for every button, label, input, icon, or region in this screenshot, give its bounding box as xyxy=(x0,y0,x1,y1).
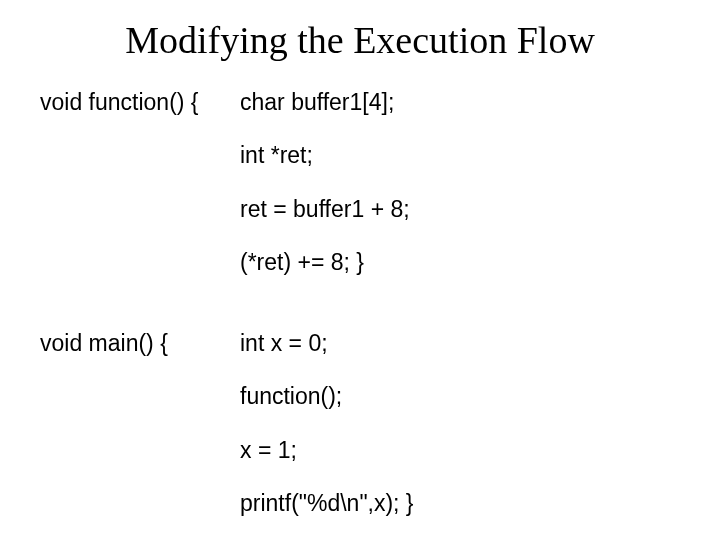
code-line: (*ret) += 8; } xyxy=(240,250,680,275)
code-line: char buffer1[4]; xyxy=(240,90,680,115)
code-row: int *ret; xyxy=(40,143,680,168)
code-row: (*ret) += 8; } xyxy=(40,250,680,275)
function-signature: void function() { xyxy=(40,90,240,115)
slide-title: Modifying the Execution Flow xyxy=(40,18,680,62)
code-line: int x = 0; xyxy=(240,331,680,356)
code-line: ret = buffer1 + 8; xyxy=(240,197,680,222)
code-line: printf("%d\n",x); } xyxy=(240,491,680,516)
code-row: function(); xyxy=(40,384,680,409)
code-line: int *ret; xyxy=(240,143,680,168)
code-row: ret = buffer1 + 8; xyxy=(40,197,680,222)
code-block: void function() { char buffer1[4]; int *… xyxy=(40,90,680,516)
slide: Modifying the Execution Flow void functi… xyxy=(0,0,720,540)
main-signature: void main() { xyxy=(40,331,240,356)
code-row: printf("%d\n",x); } xyxy=(40,491,680,516)
code-row: void function() { char buffer1[4]; xyxy=(40,90,680,115)
code-line: x = 1; xyxy=(240,438,680,463)
code-row: void main() { int x = 0; xyxy=(40,331,680,356)
code-line: function(); xyxy=(240,384,680,409)
code-row: x = 1; xyxy=(40,438,680,463)
